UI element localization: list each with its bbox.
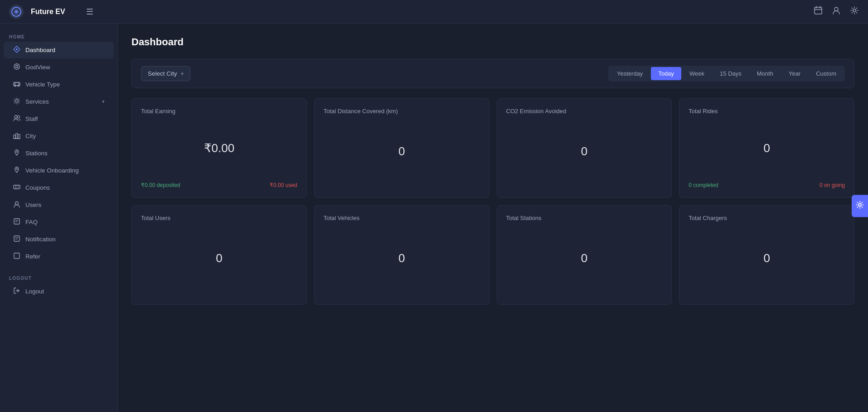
sidebar-item-stations[interactable]: Stations: [4, 145, 114, 162]
svg-point-13: [15, 100, 18, 102]
svg-point-15: [18, 116, 20, 118]
sidebar-item-coupons-label: Coupons: [25, 184, 105, 191]
stat-card-total-vehicles: Total Vehicles 0: [314, 205, 490, 305]
svg-point-7: [16, 48, 18, 50]
stat-card-total-distance-title: Total Distance Covered (km): [324, 108, 480, 115]
logout-icon: [13, 287, 21, 296]
time-btn-today[interactable]: Today: [651, 67, 681, 80]
svg-point-20: [16, 168, 18, 170]
time-btn-year[interactable]: Year: [781, 67, 808, 80]
svg-point-19: [16, 151, 18, 153]
sidebar-item-vehicle-type[interactable]: Vehicle Type: [4, 76, 114, 93]
stat-card-total-stations: Total Stations 0: [497, 205, 672, 305]
user-icon[interactable]: [832, 6, 841, 17]
svg-rect-24: [14, 236, 19, 241]
sidebar-item-stations-label: Stations: [25, 150, 105, 157]
sidebar-item-staff[interactable]: Staff: [4, 110, 114, 127]
stat-card-total-stations-title: Total Stations: [506, 215, 663, 221]
city-select[interactable]: Select City ▾: [141, 66, 190, 81]
hamburger-icon[interactable]: ☰: [86, 7, 93, 17]
sidebar-item-notification-label: Notification: [25, 236, 105, 243]
city-icon: [13, 132, 21, 140]
stat-card-total-rides-title: Total Rides: [689, 108, 845, 115]
sidebar-item-staff-label: Staff: [25, 115, 105, 122]
time-btn-yesterday[interactable]: Yesterday: [610, 67, 650, 80]
sidebar-item-coupons[interactable]: Coupons: [4, 179, 114, 196]
svg-point-26: [858, 204, 861, 206]
services-arrow-icon: ▾: [102, 99, 105, 105]
stat-card-total-chargers-title: Total Chargers: [689, 215, 845, 221]
refer-icon: [13, 252, 21, 261]
settings-icon[interactable]: [850, 6, 859, 17]
earning-deposited: ₹0.00 deposited: [141, 182, 180, 188]
vehicle-type-icon: [13, 80, 21, 89]
svg-rect-21: [14, 185, 20, 189]
stat-card-total-earning-title: Total Earning: [141, 108, 297, 115]
users-icon: [13, 201, 21, 209]
earning-used: ₹0.00 used: [270, 182, 297, 188]
stat-card-total-users-value: 0: [141, 226, 297, 291]
topnav-right: [814, 6, 859, 17]
sidebar-item-notification[interactable]: Notification: [4, 231, 114, 248]
sidebar-item-vehicle-type-label: Vehicle Type: [25, 81, 105, 88]
time-btn-custom[interactable]: Custom: [809, 67, 844, 80]
svg-rect-17: [16, 134, 18, 139]
page-title: Dashboard: [131, 36, 854, 48]
stat-card-total-distance-value: 0: [324, 119, 480, 184]
sidebar-item-vehicle-onboarding[interactable]: Vehicle Onboarding: [4, 162, 114, 179]
time-btn-week[interactable]: Week: [682, 67, 712, 80]
stat-card-total-users-title: Total Users: [141, 215, 297, 221]
stat-card-total-vehicles-title: Total Vehicles: [324, 215, 480, 221]
sidebar-item-users[interactable]: Users: [4, 196, 114, 213]
svg-rect-18: [18, 134, 20, 139]
sidebar-item-services[interactable]: Services ▾: [4, 93, 114, 110]
stat-card-total-users: Total Users 0: [131, 205, 307, 305]
svg-rect-23: [14, 219, 19, 224]
coupons-icon: [13, 183, 21, 192]
stat-card-total-rides: Total Rides 0 0 completed 0 on going: [679, 98, 854, 198]
vehicle-onboarding-icon: [13, 166, 21, 175]
main-content: Dashboard Select City ▾ Yesterday Today …: [118, 24, 868, 412]
calendar-icon[interactable]: [814, 6, 823, 17]
city-select-label: Select City: [148, 70, 177, 77]
stats-row-2: Total Users 0 Total Vehicles 0 Total Sta…: [131, 205, 854, 305]
godview-icon: [13, 63, 21, 72]
stats-row-1: Total Earning ₹0.00 ₹0.00 deposited ₹0.0…: [131, 98, 854, 198]
filter-bar: Select City ▾ Yesterday Today Week 15 Da…: [131, 59, 854, 88]
svg-rect-25: [14, 253, 19, 259]
stat-card-total-vehicles-value: 0: [324, 226, 480, 291]
staff-icon: [13, 115, 21, 123]
app-name: Future EV: [31, 8, 65, 16]
svg-rect-3: [815, 7, 822, 14]
sidebar-item-dashboard-label: Dashboard: [25, 47, 105, 53]
dashboard-icon: [13, 46, 21, 54]
settings-side-button[interactable]: [852, 195, 868, 217]
time-filters: Yesterday Today Week 15 Days Month Year …: [608, 66, 845, 81]
topnav: Future EV ☰: [0, 0, 868, 24]
svg-point-8: [14, 64, 19, 69]
sidebar-item-godview[interactable]: GodView: [4, 59, 114, 76]
time-btn-month[interactable]: Month: [750, 67, 781, 80]
sidebar-item-city[interactable]: City: [4, 128, 114, 144]
sidebar-item-faq[interactable]: FAQ: [4, 214, 114, 230]
time-btn-15days[interactable]: 15 Days: [713, 67, 749, 80]
svg-rect-16: [14, 135, 15, 139]
faq-icon: [13, 218, 21, 226]
svg-point-2: [15, 11, 17, 13]
stat-card-total-earning: Total Earning ₹0.00 ₹0.00 deposited ₹0.0…: [131, 98, 307, 198]
sidebar-item-dashboard[interactable]: Dashboard: [4, 42, 114, 58]
sidebar-home-label: HOME: [0, 31, 117, 41]
sidebar-item-refer[interactable]: Refer: [4, 248, 114, 265]
svg-point-9: [16, 66, 18, 68]
sidebar-item-city-label: City: [25, 133, 105, 139]
sidebar-item-logout[interactable]: Logout: [4, 283, 114, 300]
notification-icon: [13, 235, 21, 244]
stat-card-co2-title: CO2 Emission Avoided: [506, 108, 663, 115]
sidebar-item-logout-label: Logout: [25, 288, 105, 295]
sidebar-item-users-label: Users: [25, 201, 105, 208]
stat-card-co2-value: 0: [506, 119, 663, 184]
svg-point-5: [853, 9, 856, 12]
stat-card-total-stations-value: 0: [506, 226, 663, 291]
topnav-left: Future EV ☰: [9, 5, 93, 19]
chevron-down-icon: ▾: [181, 71, 184, 77]
